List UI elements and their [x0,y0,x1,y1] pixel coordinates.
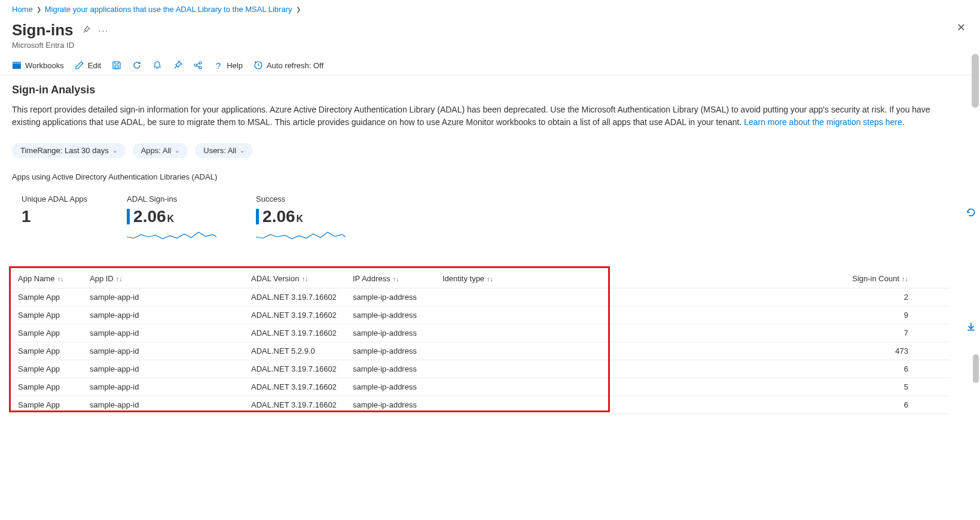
svg-rect-1 [13,62,21,64]
download-icon[interactable] [966,321,976,334]
pin-toolbar-icon[interactable] [173,60,182,70]
cell-signin-count: 7 [514,324,950,342]
metric-label: Unique ADAL Apps [22,194,87,203]
auto-refresh-button[interactable]: Auto refresh: Off [254,60,323,70]
chevron-right-icon: ❯ [296,6,301,13]
scrollbar-thumb[interactable] [972,54,979,108]
filter-apps[interactable]: Apps: All ⌄ [133,143,188,158]
workbook-icon [12,60,22,70]
cell-identity-type [436,324,514,342]
column-label: ADAL Version [251,274,299,283]
column-label: App Name [18,274,54,283]
column-label: App ID [90,274,114,283]
adal-apps-table: App Name↑↓App ID↑↓ADAL Version↑↓IP Addre… [12,269,950,414]
more-icon[interactable]: ··· [99,26,109,35]
filter-timerange-label: TimeRange: Last 30 days [20,146,109,155]
cell-app-id: sample-app-id [84,360,245,378]
cell-identity-type [436,396,514,414]
table-row[interactable]: Sample Appsample-app-idADAL.NET 3.19.7.1… [12,306,950,324]
cell-ip-address: sample-ip-address [347,360,436,378]
cell-app-name: Sample App [12,288,84,306]
cell-app-name: Sample App [12,360,84,378]
page-subtitle: Microsoft Entra ID [0,39,980,57]
table-row[interactable]: Sample Appsample-app-idADAL.NET 5.2.9.0s… [12,342,950,360]
cell-signin-count: 5 [514,378,950,396]
svg-point-3 [194,64,197,66]
column-header[interactable]: App Name↑↓ [12,269,84,288]
cell-app-name: Sample App [12,342,84,360]
share-icon[interactable] [193,60,203,70]
pin-icon[interactable] [82,26,90,36]
table-row[interactable]: Sample Appsample-app-idADAL.NET 3.19.7.1… [12,324,950,342]
cell-app-name: Sample App [12,396,84,414]
cell-adal-version: ADAL.NET 3.19.7.16602 [245,288,347,306]
table-row[interactable]: Sample Appsample-app-idADAL.NET 3.19.7.1… [12,288,950,306]
workbooks-label: Workbooks [25,61,64,70]
section-title: Sign-in Analysis [12,84,950,96]
column-label: IP Address [353,274,390,283]
cell-signin-count: 2 [514,288,950,306]
close-icon[interactable]: ✕ [957,21,968,34]
help-icon: ? [213,60,223,70]
filter-timerange[interactable]: TimeRange: Last 30 days ⌄ [12,143,126,158]
bell-icon[interactable] [152,60,162,70]
cell-ip-address: sample-ip-address [347,378,436,396]
auto-refresh-label: Auto refresh: Off [267,61,323,70]
edit-label: Edit [88,61,101,70]
cell-signin-count: 473 [514,342,950,360]
metrics-row: Unique ADAL Apps1ADAL Sign-ins2.06KSucce… [12,194,950,242]
description-period: . [902,117,905,127]
cell-adal-version: ADAL.NET 3.19.7.16602 [245,396,347,414]
workbooks-button[interactable]: Workbooks [12,60,64,70]
breadcrumb-home[interactable]: Home [12,5,33,14]
column-header[interactable]: App ID↑↓ [84,269,245,288]
metric-value: 2.06K [256,207,346,226]
metric-value: 2.06K [127,207,216,226]
edit-button[interactable]: Edit [75,60,101,70]
table-row[interactable]: Sample Appsample-app-idADAL.NET 3.19.7.1… [12,378,950,396]
content-area: Sign-in Analysis This report provides de… [0,75,962,426]
clock-refresh-icon [254,60,263,70]
sort-icon: ↑↓ [57,275,63,282]
filter-users-label: Users: All [203,146,236,155]
table-row[interactable]: Sample Appsample-app-idADAL.NET 3.19.7.1… [12,360,950,378]
cell-signin-count: 6 [514,396,950,414]
cell-identity-type [436,360,514,378]
sort-icon: ↑↓ [301,275,308,282]
learn-more-link[interactable]: Learn more about the migration steps her… [744,117,902,127]
cell-identity-type [436,288,514,306]
filter-row: TimeRange: Last 30 days ⌄ Apps: All ⌄ Us… [12,143,950,158]
cell-adal-version: ADAL.NET 5.2.9.0 [245,342,347,360]
sort-icon: ↑↓ [116,275,123,282]
subsection-label: Apps using Active Directory Authenticati… [12,172,950,181]
sort-icon: ↑↓ [393,275,399,282]
save-icon[interactable] [112,60,121,70]
cell-adal-version: ADAL.NET 3.19.7.16602 [245,378,347,396]
cell-ip-address: sample-ip-address [347,396,436,414]
help-button[interactable]: ? Help [213,60,243,70]
cell-ip-address: sample-ip-address [347,324,436,342]
column-header[interactable]: Sign-in Count↑↓ [514,269,950,288]
table-row[interactable]: Sample Appsample-app-idADAL.NET 3.19.7.1… [12,396,950,414]
refresh-icon[interactable] [132,60,142,70]
cell-app-name: Sample App [12,378,84,396]
column-label: Identity type [442,274,484,283]
column-header[interactable]: ADAL Version↑↓ [245,269,347,288]
chevron-down-icon: ⌄ [240,147,245,154]
cell-app-id: sample-app-id [84,342,245,360]
breadcrumb-migrate[interactable]: Migrate your applications that use the A… [45,5,292,14]
filter-apps-label: Apps: All [141,146,172,155]
scrollbar-thumb-inner[interactable] [973,354,979,383]
cell-app-id: sample-app-id [84,378,245,396]
pencil-icon [75,60,84,70]
section-description: This report provides detailed sign-in in… [12,104,950,129]
chevron-down-icon: ⌄ [175,147,179,154]
metric-label: Success [256,194,346,203]
column-header[interactable]: IP Address↑↓ [347,269,436,288]
sort-icon: ↑↓ [902,275,908,282]
cell-app-name: Sample App [12,306,84,324]
cell-app-id: sample-app-id [84,306,245,324]
undo-icon[interactable] [966,207,976,220]
filter-users[interactable]: Users: All ⌄ [195,143,253,158]
column-header[interactable]: Identity type↑↓ [436,269,514,288]
